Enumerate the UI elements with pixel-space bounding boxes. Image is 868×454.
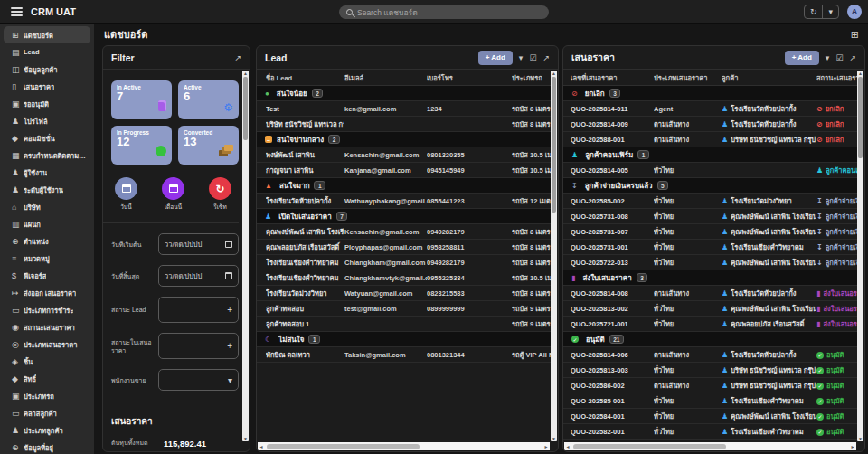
lead-add-button[interactable]: + Add [478,51,513,65]
chevron-down-icon[interactable]: ▾ [826,53,830,62]
quote-table-row[interactable]: QUO-202585-002ทั่วไทย♟โรงเรียนวัดม่วงวิท… [563,194,857,209]
sidebar-item-lead[interactable]: ▤Lead [4,43,90,61]
multiselect-input[interactable]: + [158,297,239,323]
scroll-up-icon[interactable]: ▲ [242,71,249,76]
quote-table-row[interactable]: QUO-2025722-013ทั่วไทย♟คุณพงษ์พัฒน์ เสาพ… [563,255,857,270]
quote-table-row[interactable]: QUO-202584-001ทั่วไทย♟คุณพงษ์พัฒน์ เสาพิ… [563,409,857,424]
quote-horizontal-scrollbar[interactable]: ◂ ▸ [564,442,856,450]
lead-group-row[interactable]: ♟เปิดใบเสนอราคา7 [257,209,551,224]
quick-button-reset[interactable]: ↻รีเซ็ท [209,177,231,212]
sidebar-item-customer-card[interactable]: ◫ข้อมูลลูกค้า [4,61,90,78]
quote-group-row[interactable]: ▮ส่งใบเสนอราคา3 [563,270,857,286]
chevron-down-icon[interactable]: ▾ [823,5,838,18]
sidebar-item-export[interactable]: ↦ส่งออก เสนอราคา [4,284,90,301]
sidebar-item-users[interactable]: ♟ผู้ใช้งาน [4,164,90,181]
sidebar-item-rights[interactable]: ◆สิทธิ์ [4,370,90,387]
lead-table-row[interactable]: คุณพลอยปภัส เรือนสวัสดิ์Ployphapas@gmail… [257,240,551,255]
quote-add-button[interactable]: + Add [785,51,819,65]
quote-vertical-scrollbar[interactable]: ▲ ▼ [857,71,863,441]
lead-group-row[interactable]: ●สนใจน้อย2 [257,86,551,101]
lead-table-row[interactable]: ทักษิณ ดลเทวาTaksin@gmail.com0801321344ร… [257,347,551,363]
expand-icon[interactable]: ↗ [849,53,856,62]
sidebar-item-customer-type[interactable]: ♟ประเภทลูกค้า [4,421,90,439]
menu-icon[interactable] [11,7,23,16]
sidebar-item-category[interactable]: ≡หมวดหมู่ [4,250,90,267]
quote-table-row[interactable]: QUO-2025731-001ทั่วไทย♟โรงเรียนเชียงคำวิ… [563,240,857,255]
quote-table-row[interactable]: QUO-2025814-008ตามเส้นทาง♟โรงเรียนวัดห้ว… [563,286,857,301]
scroll-down-icon[interactable]: ▼ [857,436,863,441]
grid-layout-icon[interactable]: ⊞ [851,29,859,41]
search-input[interactable] [357,8,542,17]
scroll-down-icon[interactable]: ▼ [242,436,249,441]
quote-group-row[interactable]: ⊘ยกเลิก3 [563,86,857,101]
lead-table-row[interactable]: โรงเรียนวัดม่วงวิทยาWatyuan@gmail.com082… [257,286,551,301]
quote-table-row[interactable]: QUO-2025814-011Agent♟โรงเรียนวัดห้วยปลาก… [563,101,857,117]
filter-vertical-scrollbar[interactable]: ▲ ▼ [242,71,249,441]
sidebar-item-profile[interactable]: ♟โปรไฟล์ [4,112,90,129]
expand-icon[interactable]: ↗ [542,53,550,62]
multiselect-input[interactable]: + [158,333,239,359]
sidebar-item-address[interactable]: ⊕ข้อมูลที่อยู่ [4,439,90,454]
select-checkbox-icon[interactable]: ☑ [529,53,536,62]
lead-table-row[interactable]: โรงเรียนวัดห้วยปลากั้งWathuayphakang@gma… [257,194,551,209]
lead-table-row[interactable]: Testken@gmail.com1234รถบัส 8 เมตร , รถบั… [257,101,551,117]
quote-table-row[interactable]: QUO-2025814-005ทั่วไทย♟ลูกค้าคอนเฟิร์ม [563,163,857,178]
scroll-down-icon[interactable]: ▼ [551,436,557,441]
stat-card-active[interactable]: Active6⚙ [178,80,239,119]
sidebar-item-department[interactable]: ▥แผนก [4,215,90,232]
select-checkbox-icon[interactable]: ☑ [835,53,843,62]
lead-table-row[interactable]: กาญจนา เสาพินKanjana@gmail.com0945145949… [257,163,551,178]
lead-table-row[interactable]: พงษ์พัฒน์ เสาพินKensachin@gmail.com08013… [257,147,551,163]
sidebar-item-customer-class[interactable]: ▭คลาสลูกค้า [4,404,90,421]
date-input[interactable]: วว/ดด/ปปปป [158,233,239,255]
sidebar-item-hand[interactable]: ◈ชิ้น [4,353,90,370]
quote-table-row[interactable]: QUO-2025731-007ทั่วไทย♟คุณพงษ์พัฒน์ เสาพ… [563,224,857,240]
scroll-left-icon[interactable]: ◂ [564,443,571,449]
chevron-down-icon[interactable]: ▾ [519,53,524,62]
lead-horizontal-scrollbar[interactable]: ◂ ▸ [258,442,550,450]
date-input[interactable]: วว/ดด/ปปปป [158,265,239,287]
scroll-right-icon[interactable]: ▸ [542,443,550,449]
quote-table-row[interactable]: QUO-2025814-006ตามเส้นทาง♟โรงเรียนวัดห้ว… [563,347,857,363]
sidebar-item-quote-doc[interactable]: ▯เสนอราคา [4,78,90,95]
sidebar-item-position[interactable]: ⊕ตำแหน่ง [4,232,90,250]
stat-card-in-active[interactable]: In Active7 [111,80,172,119]
quote-table-row[interactable]: QUO-202582-001ทั่วไทย♟โรงเรียนเชียงคำวิท… [563,424,857,440]
sync-icon[interactable]: ↻ [805,5,823,18]
sidebar-item-user-level[interactable]: ♟ระดับผู้ใช้งาน [4,181,90,198]
lead-vertical-scrollbar[interactable]: ▲ ▼ [551,71,557,441]
quote-table-row[interactable]: QUO-2025814-009ตามเส้นทาง♟โรงเรียนวัดห้ว… [563,117,857,132]
lead-table-row[interactable]: โรงเรียนเชียงคำวิทยาคมChiangkhamvtyk@gma… [257,270,551,286]
select-input[interactable]: ▾ [158,369,239,391]
scroll-left-icon[interactable]: ◂ [258,443,265,449]
quick-button-calendar[interactable]: วันนี้ [115,177,137,212]
sidebar-item-company[interactable]: ⌂บริษัท [4,198,90,215]
lead-group-row[interactable]: –สนใจปานกลาง2 [257,132,551,147]
scroll-right-icon[interactable]: ▸ [849,443,856,449]
lead-table-row[interactable]: โรงเรียนเชียงคำวิทยาคมChiangkham@gmail.c… [257,255,551,270]
lead-table-row[interactable]: ลูกค้าทดสอบ 1รถบัส 9 เมตร , รถบัส 8 เมตร [257,317,551,332]
quote-table-row[interactable]: QUO-202588-001ตามเส้นทาง♟บริษัท ธนัชวิชญ… [563,132,857,147]
lead-table-row[interactable]: ลูกค้าทดสอบtest@gmail.com0899999999รถบัส… [257,301,551,317]
quick-button-calendar[interactable]: เดือนนี้ [162,177,184,212]
sidebar-item-calendar[interactable]: ▦ครบกำหนดติดตาม Lead [4,147,90,164]
lead-group-row[interactable]: ▲สนใจมาก1 [257,178,551,194]
lead-table-row[interactable]: คุณพงษ์พัฒน์ เสาพิน โรงเรียนบ้...Kensach… [257,224,551,240]
sidebar-item-quote-status[interactable]: ◉สถานะเสนอราคา [4,318,90,336]
sidebar-item-approve-doc[interactable]: ▣รออนุมัติ [4,95,90,112]
sidebar-item-payment-type[interactable]: ▭ประเภทการชำระ [4,301,90,318]
stat-card-in-progress[interactable]: In Progress12 [111,126,172,165]
stat-card-converted[interactable]: Converted13 [178,126,239,165]
scroll-up-icon[interactable]: ▲ [551,71,557,76]
quote-table-row[interactable]: QUO-2025813-002ทั่วไทย♟คุณพงษ์พัฒน์ เสาพ… [563,301,857,317]
sidebar-item-commission[interactable]: ◆คอมมิชชั่น [4,129,90,147]
quote-table-row[interactable]: QUO-202586-002ตามเส้นทาง♟บริษัท ธนัชวิชญ… [563,378,857,393]
quote-table-row[interactable]: QUO-2025731-008ทั่วไทย♟คุณพงษ์พัฒน์ เสาพ… [563,209,857,224]
expand-icon[interactable]: ↗ [234,53,241,62]
search-box[interactable] [339,5,549,19]
sidebar-item-vehicle-type[interactable]: ▣ประเภทรถ [4,387,90,404]
sidebar-item-quote-type[interactable]: ◎ประเภทเสนอราคา [4,336,90,353]
quote-table-row[interactable]: QUO-2025721-001ทั่วไทย♟คุณพลอยปภัส เรือน… [563,317,857,332]
scroll-up-icon[interactable]: ▲ [857,71,863,76]
quote-table-row[interactable]: QUO-2025813-003ทั่วไทย♟บริษัท ธนัชวิชญ์ … [563,363,857,378]
